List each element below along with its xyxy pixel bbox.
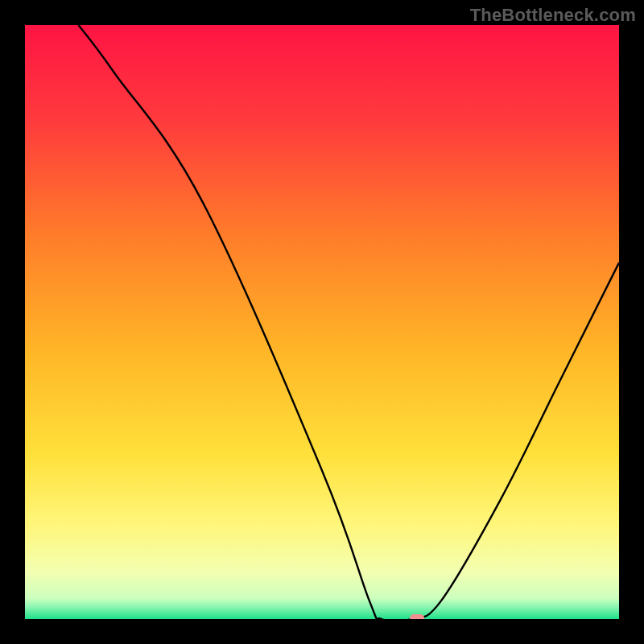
- watermark-text: TheBottleneck.com: [470, 5, 636, 26]
- bottleneck-chart: [25, 25, 619, 619]
- plot-area: [25, 25, 619, 619]
- gradient-background: [25, 25, 619, 619]
- optimal-marker: [410, 614, 424, 619]
- chart-frame: TheBottleneck.com: [0, 0, 644, 644]
